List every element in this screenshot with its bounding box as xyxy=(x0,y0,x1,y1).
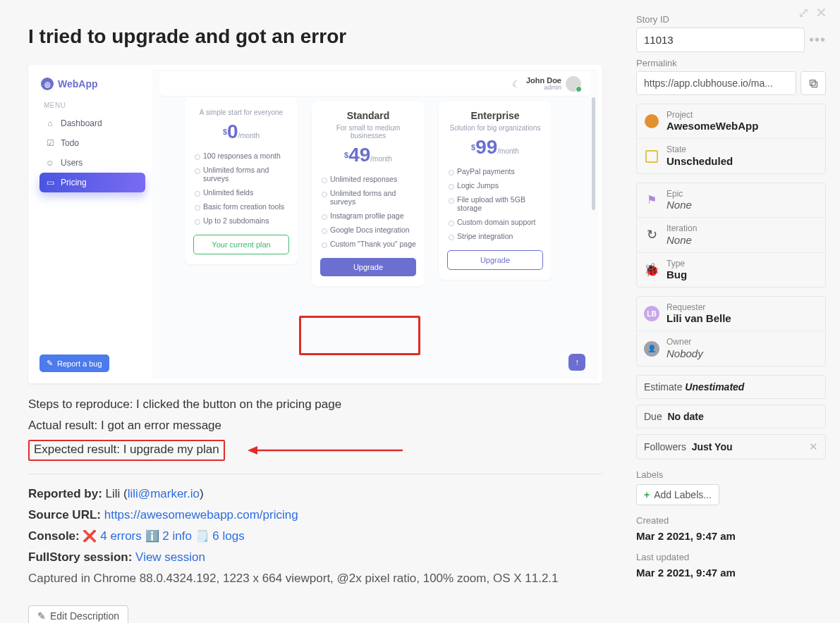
field-label: State xyxy=(666,144,733,154)
nav-users[interactable]: ☺Users xyxy=(39,153,145,173)
more-options-icon[interactable]: ••• xyxy=(809,32,826,48)
copy-permalink-button[interactable] xyxy=(801,71,826,95)
home-icon: ⌂ xyxy=(45,118,55,128)
upgrade-button[interactable]: Upgrade xyxy=(447,250,543,270)
info-link[interactable]: 2 info xyxy=(162,529,192,543)
bug-icon: 🐞 xyxy=(644,262,659,278)
upgrade-button[interactable]: Upgrade xyxy=(320,258,416,276)
source-url-link[interactable]: https://awesomewebapp.com/pricing xyxy=(104,508,298,522)
iteration-icon: ↻ xyxy=(644,227,659,242)
estimate-row[interactable]: Estimate Unestimated xyxy=(636,375,826,399)
owner-row[interactable]: 👤 OwnerNobody xyxy=(637,331,825,365)
field-value: Just You xyxy=(692,441,733,452)
project-state-panel: ProjectAwesomeWebApp StateUnscheduled xyxy=(636,104,826,174)
nav-pricing[interactable]: ▭Pricing xyxy=(39,173,145,192)
add-labels-button[interactable]: +Add Labels... xyxy=(636,484,719,505)
labels-label: Labels xyxy=(636,469,826,480)
feature: Up to 2 subdomains xyxy=(193,214,289,228)
plan-features: Unlimited responses Unlimited forms and … xyxy=(320,172,416,251)
plan-price: $49/month xyxy=(320,145,416,165)
iteration-row[interactable]: ↻ IterationNone xyxy=(637,218,825,252)
feature: Custom "Thank you" page xyxy=(320,237,416,251)
actual-result: Actual result: I got an error message xyxy=(28,419,602,433)
capture-info: Captured in Chrome 88.0.4324.192, 1223 x… xyxy=(28,572,602,586)
scroll-to-top-button[interactable]: ↑ xyxy=(568,354,585,371)
field-value: Unestimated xyxy=(685,381,744,393)
state-row[interactable]: StateUnscheduled xyxy=(637,139,825,173)
nav-label: Pricing xyxy=(61,178,87,187)
field-value: None xyxy=(666,234,697,247)
feature: Google Docs integration xyxy=(320,223,416,237)
reported-by: Reported by: Lili (lili@marker.io) xyxy=(28,487,602,501)
card-icon: ▭ xyxy=(45,178,55,187)
expand-icon[interactable]: ⤢ xyxy=(798,4,810,21)
reporter-email-link[interactable]: lili@marker.io xyxy=(128,487,200,500)
user-menu[interactable]: John Doe admin xyxy=(526,76,581,92)
app-header: ☾ John Doe admin xyxy=(159,72,591,96)
nav-label: Todo xyxy=(61,138,79,148)
feature: File upload with 5GB storage xyxy=(447,192,543,215)
attachment-screenshot: ◎ WebApp MENU ⌂Dashboard ☑Todo ☺Users ▭P… xyxy=(28,65,602,383)
plan-basic: A simple start for everyone $0/month 100… xyxy=(185,97,298,264)
plan-tag: For small to medium businesses xyxy=(320,124,416,140)
remove-follower-icon[interactable]: ✕ xyxy=(809,440,818,453)
feature: Stripe integration xyxy=(447,229,543,243)
nav-label: Dashboard xyxy=(61,118,102,128)
due-row[interactable]: Due No date xyxy=(636,405,826,428)
created-value: Mar 2 2021, 9:47 am xyxy=(636,530,826,542)
source-url: Source URL: https://awesomewebapp.com/pr… xyxy=(28,508,602,522)
updated-value: Mar 2 2021, 9:47 am xyxy=(636,567,826,579)
app-brand: WebApp xyxy=(58,78,98,90)
errors-link[interactable]: 4 errors xyxy=(100,529,142,543)
plan-price: $0/month xyxy=(193,122,289,142)
edit-description-button[interactable]: ✎Edit Description xyxy=(28,605,128,623)
plan-enterprise: Enterprise Solution for big organization… xyxy=(439,101,552,280)
plan-tag: Solution for big organizations xyxy=(447,124,543,132)
field-label: Owner xyxy=(666,337,703,347)
current-plan-button[interactable]: Your current plan xyxy=(193,235,289,254)
permalink-label: Permalink xyxy=(636,58,826,68)
user-icon: ☺ xyxy=(45,158,55,168)
feature: Unlimited forms and surveys xyxy=(193,163,289,185)
logs-link[interactable]: 6 logs xyxy=(212,529,244,543)
requester-row[interactable]: LB RequesterLili van Belle xyxy=(637,297,825,331)
project-row[interactable]: ProjectAwesomeWebApp xyxy=(637,104,825,139)
requester-avatar: LB xyxy=(644,306,659,321)
permalink-input[interactable] xyxy=(636,71,796,95)
annotation-rectangle xyxy=(299,316,420,355)
x-icon: ❌ xyxy=(83,530,97,542)
scrollbar[interactable] xyxy=(592,97,595,365)
nav-todo[interactable]: ☑Todo xyxy=(39,133,145,153)
epic-row[interactable]: ⚑ EpicNone xyxy=(637,183,825,218)
story-title: I tried to upgrade and got an error xyxy=(28,25,602,48)
feature: Custom domain support xyxy=(447,215,543,229)
people-panel: LB RequesterLili van Belle 👤 OwnerNobody xyxy=(636,296,826,366)
story-id-input[interactable] xyxy=(636,27,805,52)
pencil-icon: ✎ xyxy=(47,359,53,368)
user-avatar xyxy=(566,76,581,92)
svg-rect-2 xyxy=(812,82,817,87)
fullstory-session: FullStory session: View session xyxy=(28,550,602,565)
report-bug-button[interactable]: ✎Report a bug xyxy=(39,354,109,372)
field-value: Unscheduled xyxy=(666,155,733,168)
dark-mode-icon[interactable]: ☾ xyxy=(512,79,521,90)
view-session-link[interactable]: View session xyxy=(135,550,205,564)
field-label: Requester xyxy=(666,302,731,312)
type-row[interactable]: 🐞 TypeBug xyxy=(637,253,825,287)
field-value: Bug xyxy=(666,269,687,281)
nav-dashboard[interactable]: ⌂Dashboard xyxy=(39,113,145,133)
followers-row[interactable]: Followers Just You ✕ xyxy=(636,434,826,459)
field-label: Type xyxy=(666,259,687,269)
field-label: Project xyxy=(666,110,758,120)
field-label: Due xyxy=(644,411,662,422)
plan-name: Standard xyxy=(320,110,416,121)
created-label: Created xyxy=(636,515,826,526)
feature: Basic form creation tools xyxy=(193,199,289,214)
field-label: Epic xyxy=(666,189,692,199)
owner-avatar-icon: 👤 xyxy=(644,341,659,357)
app-content: ☾ John Doe admin A simple start for xyxy=(152,69,598,379)
field-value: No date xyxy=(667,411,703,422)
close-icon[interactable]: ✕ xyxy=(815,4,827,21)
nav-label: Users xyxy=(61,158,83,168)
app-logo: ◎ WebApp xyxy=(39,75,145,97)
